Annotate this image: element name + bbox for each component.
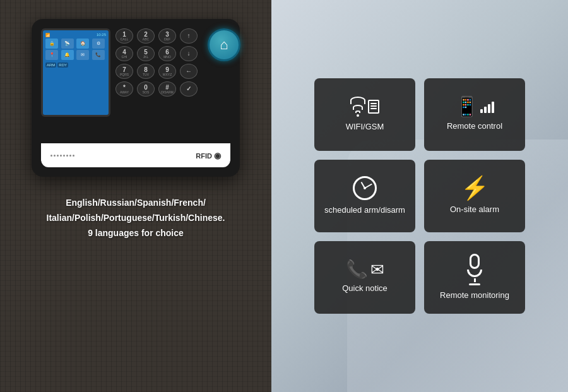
mic-pole xyxy=(474,278,476,282)
phone-icon: 📱 xyxy=(455,97,478,116)
lcd-icon: 📍 xyxy=(45,50,58,60)
lcd-screen: 📶10:25 🔒 📡 🏠 ⚙ 📍 🔔 ✉ 📞 ARM RDY xyxy=(41,28,110,117)
wifi-gsm-icon xyxy=(350,97,379,117)
mic-stand xyxy=(467,270,482,277)
left-panel: 📶10:25 🔒 📡 🏠 ⚙ 📍 🔔 ✉ 📞 ARM RDY xyxy=(0,0,271,392)
lightning-icon: ⚡ xyxy=(461,177,489,199)
key-4[interactable]: 4GHI xyxy=(115,46,133,61)
key-2[interactable]: 2ABC xyxy=(137,28,155,44)
speaker-hole xyxy=(69,155,71,157)
lcd-icon: 🔔 xyxy=(61,50,74,60)
lcd-status: RDY xyxy=(57,62,68,68)
signal-bar-3 xyxy=(488,104,490,113)
key-7[interactable]: 7PQRS xyxy=(115,64,133,79)
languages-text: English/Russian/Spanish/French/ Italian/… xyxy=(47,196,225,241)
scheduled-label: scheduled arm/disarm xyxy=(324,205,405,216)
mic-base xyxy=(469,283,480,285)
lcd-icon: 🏠 xyxy=(76,39,89,49)
mic-body xyxy=(470,254,480,269)
wifi-icon xyxy=(350,97,365,117)
signal-bar-2 xyxy=(484,107,487,113)
key-back[interactable]: ← xyxy=(180,64,198,79)
key-hash[interactable]: #DISARM xyxy=(158,81,176,97)
speaker-hole xyxy=(63,155,65,157)
feature-card-scheduled: scheduled arm/disarm xyxy=(314,160,415,232)
on-site-alarm-label: On-site alarm xyxy=(450,205,499,215)
key-9[interactable]: 9WXYZ xyxy=(158,64,176,79)
remote-control-label: Remote control xyxy=(447,121,502,132)
speaker-hole xyxy=(54,155,56,157)
signal-bar-1 xyxy=(480,109,483,113)
rfid-icon: ◉ xyxy=(214,151,221,160)
key-8[interactable]: 8TUV xyxy=(137,64,155,79)
keypad-row-4: *AWAY 0SOS #DISARM ✓ xyxy=(115,81,198,97)
speaker-hole xyxy=(57,155,59,157)
keypad-row-3: 7PQRS 8TUV 9WXYZ ← xyxy=(115,64,198,79)
alarm-device: 📶10:25 🔒 📡 🏠 ⚙ 📍 🔔 ✉ 📞 ARM RDY xyxy=(32,19,240,177)
key-up[interactable]: ↑ xyxy=(180,28,198,44)
phone-email-icon: 📞 ✉ xyxy=(346,261,384,278)
key-1[interactable]: 1CALL xyxy=(115,28,133,44)
speaker-hole xyxy=(50,155,52,157)
feature-card-quick-notice: 📞 ✉ Quick notice xyxy=(314,241,415,314)
keypad-row-1: 1CALL 2ABC 3DEF ↑ xyxy=(115,28,198,44)
wifi-arc-lg xyxy=(350,97,365,104)
email-icon: ✉ xyxy=(370,261,384,278)
lcd-status: ARM xyxy=(45,62,56,68)
feature-card-on-site-alarm: ⚡ On-site alarm xyxy=(424,160,525,232)
quick-notice-icon: 📞 ✉ xyxy=(346,261,384,278)
speaker-hole xyxy=(73,155,74,157)
key-ok[interactable]: ✓ xyxy=(180,81,198,97)
remote-monitoring-label: Remote monitoring xyxy=(440,290,509,301)
key-down[interactable]: ↓ xyxy=(180,46,198,61)
signal-bars xyxy=(480,100,494,113)
speaker-hole xyxy=(66,155,68,157)
phone-handset-icon: 📞 xyxy=(346,261,368,278)
wifi-arc-sm xyxy=(355,110,360,113)
feature-card-remote-control: 📱 Remote control xyxy=(424,78,525,151)
device-top: 📶10:25 🔒 📡 🏠 ⚙ 📍 🔔 ✉ 📞 ARM RDY xyxy=(41,28,230,140)
clock-icon xyxy=(353,176,377,200)
remote-control-icon: 📱 xyxy=(455,97,494,116)
home-button-area: ⌂ xyxy=(208,28,240,140)
home-button[interactable]: ⌂ xyxy=(208,28,240,61)
key-star[interactable]: *AWAY xyxy=(115,81,133,97)
lang-line3: 9 languages for choice xyxy=(47,226,225,241)
lcd-icon: ✉ xyxy=(76,50,89,60)
lcd-icons-row-2: 📍 🔔 ✉ 📞 xyxy=(45,50,106,60)
lcd-icon: 🔒 xyxy=(45,39,58,49)
signal-bar-4 xyxy=(492,102,494,113)
lcd-icons-row: 🔒 📡 🏠 ⚙ xyxy=(45,39,106,49)
key-5[interactable]: 5JKL xyxy=(137,46,155,61)
lcd-icon: ⚙ xyxy=(92,39,105,49)
keypad-row-2: 4GHI 5JKL 6MNO ↓ xyxy=(115,46,198,61)
key-3[interactable]: 3DEF xyxy=(158,28,176,44)
feature-card-wifi-gsm: WIFI/GSM xyxy=(314,78,415,151)
keypad: 1CALL 2ABC 3DEF ↑ 4GHI 5JKL 6MNO ↓ 7PQRS… xyxy=(115,28,198,140)
right-panel: WIFI/GSM 📱 Remote control xyxy=(271,0,568,392)
wifi-dot xyxy=(357,114,359,117)
key-6[interactable]: 6MNO xyxy=(158,46,176,61)
wifi-arc-md xyxy=(353,105,363,110)
scheduled-icon xyxy=(353,176,377,200)
device-bottom: RFID ◉ xyxy=(41,143,230,167)
mic-icon xyxy=(467,254,482,285)
clock-minute-hand xyxy=(365,184,372,189)
lcd-status-items: ARM RDY xyxy=(45,62,106,68)
lang-line2: Italian/Polish/Portuguese/Turkish/Chines… xyxy=(47,211,225,226)
lang-line1: English/Russian/Spanish/French/ xyxy=(47,196,225,211)
key-0[interactable]: 0SOS xyxy=(137,81,155,97)
remote-monitoring-icon xyxy=(467,254,482,285)
speaker xyxy=(50,155,74,157)
quick-notice-label: Quick notice xyxy=(342,283,388,294)
lcd-icon: 📞 xyxy=(92,50,105,60)
rfid-label: RFID ◉ xyxy=(196,151,221,160)
features-grid: WIFI/GSM 📱 Remote control xyxy=(302,66,538,326)
phone-signal-icon: 📱 xyxy=(455,97,494,116)
lcd-status-bar: 📶10:25 xyxy=(45,33,106,37)
feature-card-remote-monitoring: Remote monitoring xyxy=(424,241,525,314)
sim-icon xyxy=(368,100,379,114)
wifi-gsm-label: WIFI/GSM xyxy=(346,122,384,133)
speaker-hole xyxy=(60,155,62,157)
lcd-icon: 📡 xyxy=(61,39,74,49)
